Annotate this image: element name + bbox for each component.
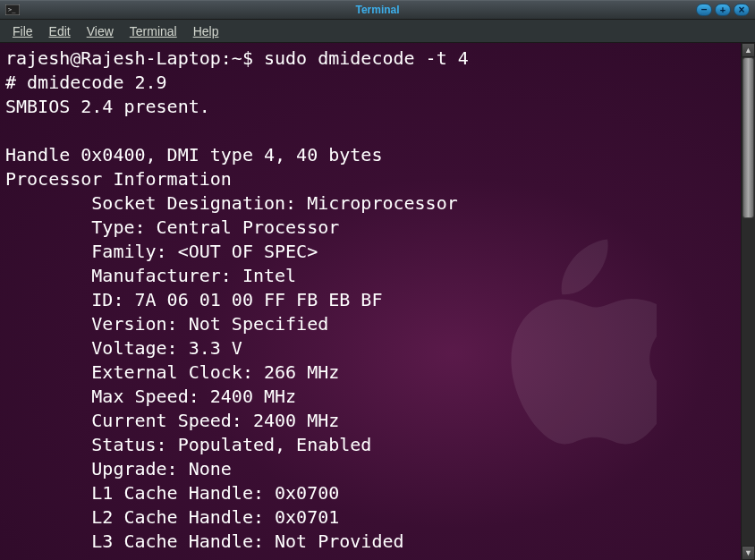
scroll-up-button[interactable]: ▲ [742,43,755,57]
output-field: External Clock: 266 MHz [5,361,339,383]
terminal-area: rajesh@Rajesh-Laptop:~$ sudo dmidecode -… [0,43,755,560]
shell-command: sudo dmidecode -t 4 [264,47,469,69]
menu-file[interactable]: File [5,22,40,40]
minimize-button[interactable] [696,4,712,16]
output-field: Voltage: 3.3 V [5,337,242,359]
window-titlebar[interactable]: >_ Terminal [0,0,755,20]
maximize-button[interactable] [715,4,731,16]
output-field: Status: Populated, Enabled [5,434,371,455]
terminal-content[interactable]: rajesh@Rajesh-Laptop:~$ sudo dmidecode -… [0,43,741,560]
output-field: Socket Designation: Microprocessor [5,192,458,214]
scroll-thumb[interactable] [742,57,754,218]
window-title: Terminal [355,4,399,16]
close-button[interactable] [734,4,750,16]
output-line: # dmidecode 2.9 [5,72,167,93]
output-field: Max Speed: 2400 MHz [5,386,296,407]
output-line: Processor Information [5,168,232,190]
output-field: L2 Cache Handle: 0x0701 [5,506,339,528]
svg-text:>_: >_ [8,6,16,13]
vertical-scrollbar[interactable]: ▲ ▼ [741,43,755,560]
output-field: Current Speed: 2400 MHz [5,410,339,431]
menubar: File Edit View Terminal Help [0,20,755,43]
output-field: L3 Cache Handle: Not Provided [5,530,404,552]
output-field: L1 Cache Handle: 0x0700 [5,482,339,504]
menu-edit[interactable]: Edit [42,22,78,40]
output-field: ID: 7A 06 01 00 FF FB EB BF [5,289,382,310]
output-line: Handle 0x0400, DMI type 4, 40 bytes [5,144,382,165]
menu-terminal[interactable]: Terminal [123,22,184,40]
scroll-track[interactable] [742,57,755,546]
menu-view[interactable]: View [80,22,121,40]
shell-prompt: rajesh@Rajesh-Laptop:~$ [5,47,264,69]
output-line: SMBIOS 2.4 present. [5,96,210,117]
output-field: Manufacturer: Intel [5,265,296,286]
output-field: Family: <OUT OF SPEC> [5,241,318,262]
menu-help[interactable]: Help [186,22,226,40]
output-field: Type: Central Processor [5,216,339,238]
terminal-window: >_ Terminal File Edit View Terminal Help… [0,0,755,560]
window-controls [696,4,750,16]
output-field: Version: Not Specified [5,313,328,335]
scroll-down-button[interactable]: ▼ [742,546,755,560]
output-field: Upgrade: None [5,458,232,479]
terminal-app-icon: >_ [5,4,20,16]
